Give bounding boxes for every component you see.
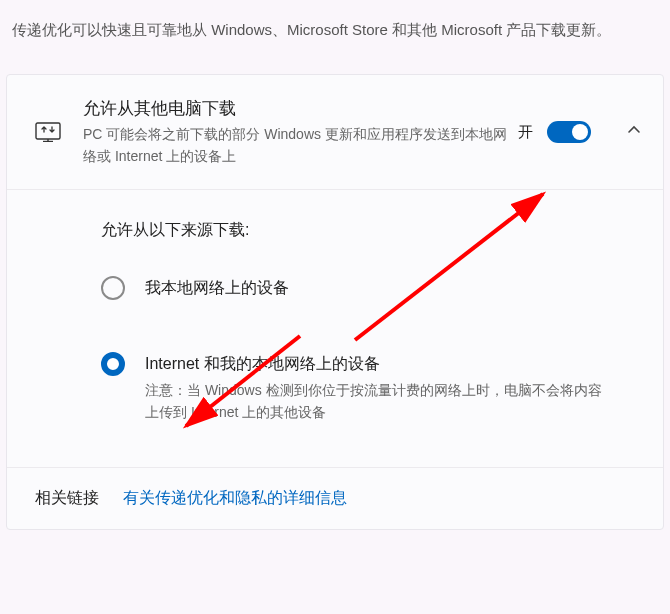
toggle-state-label: 开 [518,123,533,142]
settings-card: 允许从其他电脑下载 PC 可能会将之前下载的部分 Windows 更新和应用程序… [6,74,664,530]
allow-download-text: 允许从其他电脑下载 PC 可能会将之前下载的部分 Windows 更新和应用程序… [83,97,518,167]
option-note: 注意：当 Windows 检测到你位于按流量计费的网络上时，电脑不会将内容上传到… [145,379,603,424]
toggle-group: 开 [518,121,641,143]
allow-download-toggle[interactable] [547,121,591,143]
chevron-up-icon[interactable] [627,123,641,141]
option-title: Internet 和我的本地网络上的设备 [145,351,603,377]
source-option-local[interactable]: 我本地网络上的设备 [101,275,603,301]
source-option-internet[interactable]: Internet 和我的本地网络上的设备 注意：当 Windows 检测到你位于… [101,351,603,423]
delivery-optimization-icon [35,122,61,142]
related-links-row: 相关链接 有关传递优化和隐私的详细信息 [7,468,663,529]
radio-local[interactable] [101,276,125,300]
option-text: Internet 和我的本地网络上的设备 注意：当 Windows 检测到你位于… [145,351,603,423]
svg-rect-0 [36,123,60,139]
allow-download-subtitle: PC 可能会将之前下载的部分 Windows 更新和应用程序发送到本地网络或 I… [83,124,518,167]
option-text: 我本地网络上的设备 [145,275,603,301]
sources-title: 允许从以下来源下载: [101,220,603,241]
related-link-privacy[interactable]: 有关传递优化和隐私的详细信息 [123,488,347,509]
page-description: 传递优化可以快速且可靠地从 Windows、Microsoft Store 和其… [0,0,670,52]
radio-internet[interactable] [101,352,125,376]
download-sources-section: 允许从以下来源下载: 我本地网络上的设备 Internet 和我的本地网络上的设… [7,190,663,468]
allow-download-header: 允许从其他电脑下载 PC 可能会将之前下载的部分 Windows 更新和应用程序… [7,75,663,190]
allow-download-title: 允许从其他电脑下载 [83,97,518,120]
option-title: 我本地网络上的设备 [145,275,603,301]
related-label: 相关链接 [35,488,99,509]
